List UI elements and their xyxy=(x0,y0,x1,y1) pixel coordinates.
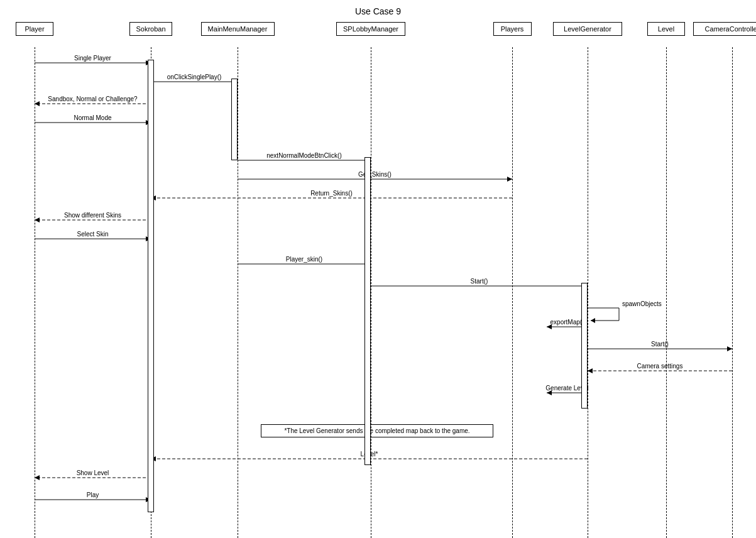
message-arrow: Start() xyxy=(588,341,732,351)
lifeline-line-levelgen xyxy=(588,47,588,538)
svg-text:onClickSinglePlay(): onClickSinglePlay() xyxy=(167,74,222,80)
svg-marker-22 xyxy=(35,217,40,222)
svg-text:Show Level: Show Level xyxy=(77,469,109,476)
message-arrow: spawnObjects xyxy=(588,300,662,323)
lifeline-box-levelgen: LevelGenerator xyxy=(553,22,622,36)
lifeline-box-player: Player xyxy=(16,22,53,36)
message-arrow: nextNormalModeBtnClick() xyxy=(238,152,371,163)
message-arrow: Normal Mode xyxy=(35,114,151,125)
note-box: *The Level Generator sends the completed… xyxy=(261,424,493,437)
activation-bar-1 xyxy=(364,157,371,465)
diagram-title: Use Case 9 xyxy=(0,6,756,16)
svg-text:Show different Skins: Show different Skins xyxy=(64,212,121,219)
svg-text:Single Player: Single Player xyxy=(74,55,112,62)
svg-text:Play: Play xyxy=(87,491,99,498)
lifeline-line-player xyxy=(35,47,35,538)
message-arrow: Get_Skins() xyxy=(238,171,512,182)
svg-marker-7 xyxy=(35,101,40,106)
lifeline-line-players xyxy=(512,47,513,538)
message-arrow: onClickSinglePlay() xyxy=(151,74,238,84)
svg-text:exportMap(): exportMap() xyxy=(551,319,584,326)
svg-text:Sandbox, Normal or Challenge?: Sandbox, Normal or Challenge? xyxy=(48,96,138,102)
svg-text:Normal Mode: Normal Mode xyxy=(74,114,111,121)
message-arrow: Show Level xyxy=(35,469,151,480)
message-arrow: Sandbox, Normal or Challenge? xyxy=(35,96,151,106)
lifeline-line-mainmenu xyxy=(238,47,238,538)
svg-text:Player_skin(): Player_skin() xyxy=(286,256,322,263)
lifeline-box-splobby: SPLobbyManager xyxy=(336,22,405,36)
svg-text:spawnObjects: spawnObjects xyxy=(622,300,662,307)
svg-marker-16 xyxy=(507,177,512,182)
svg-text:Select Skin: Select Skin xyxy=(77,231,108,238)
svg-text:nextNormalModeBtnClick(): nextNormalModeBtnClick() xyxy=(266,152,341,159)
message-arrow: Player_skin() xyxy=(238,256,371,266)
svg-text:Get_Skins(): Get_Skins() xyxy=(358,171,392,178)
svg-marker-51 xyxy=(35,475,40,480)
svg-marker-39 xyxy=(727,346,732,351)
message-arrow: Start() xyxy=(371,278,588,288)
lifeline-box-camera: CameraController xyxy=(693,22,756,36)
svg-marker-42 xyxy=(588,368,593,373)
svg-marker-45 xyxy=(547,390,552,395)
message-arrow: Camera settings xyxy=(588,363,732,373)
message-arrow: Play xyxy=(35,491,151,502)
activation-bar-sokroban xyxy=(148,60,154,512)
message-arrow: Return_Skins() xyxy=(151,190,512,200)
lifeline-line-camera xyxy=(732,47,733,538)
message-arrow: Single Player xyxy=(35,55,151,65)
lifeline-box-mainmenu: MainMenuManager xyxy=(201,22,275,36)
activation-bar-2 xyxy=(581,283,588,409)
svg-marker-33 xyxy=(591,318,595,323)
svg-text:Start(): Start() xyxy=(471,278,488,285)
lifeline-box-sokroban: Sokroban xyxy=(129,22,172,36)
lifeline-box-level: Level xyxy=(647,22,685,36)
message-arrow: Select Skin xyxy=(35,231,151,241)
svg-marker-36 xyxy=(547,324,552,329)
diagram: Use Case 9 *The Level Generator sends th… xyxy=(0,0,756,538)
lifeline-line-splobby xyxy=(371,47,371,538)
svg-text:Return_Skins(): Return_Skins() xyxy=(310,190,353,197)
svg-text:Camera settings: Camera settings xyxy=(637,363,683,370)
message-arrow: Show different Skins xyxy=(35,212,151,222)
lifeline-line-level xyxy=(666,47,667,538)
activation-bar-0 xyxy=(231,79,238,160)
lifeline-box-players: Players xyxy=(493,22,532,36)
arrows-svg: Single PlayeronClickSinglePlay()Sandbox,… xyxy=(0,0,756,538)
